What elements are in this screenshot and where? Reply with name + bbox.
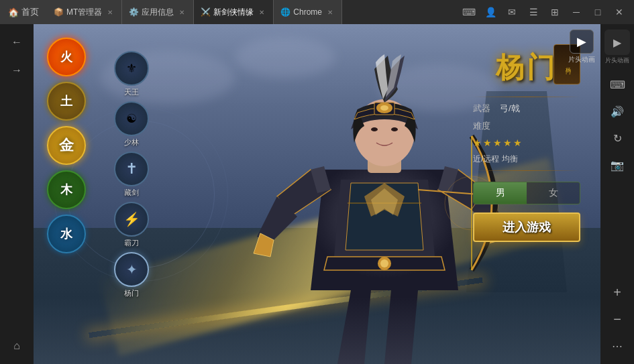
appinfo-close[interactable]: ✕ (177, 7, 187, 17)
star-5: ★ (513, 137, 522, 148)
tab-chrome[interactable]: 🌐 Chrome ✕ (274, 0, 342, 24)
game-icon: ⚔️ (201, 7, 210, 17)
game-label: 新剑侠情缘 (213, 7, 254, 18)
rp-more-btn[interactable]: ⋯ (604, 333, 630, 359)
faction-panel: ⚜ 天王 ☯ 少林 ✝ 藏剑 ⚡ 霸刀 ✦ 杨门 (114, 51, 149, 298)
tab-home[interactable]: 🏠 首页 (0, 0, 47, 24)
faction-cangjian[interactable]: ✝ 藏剑 (114, 151, 149, 198)
tianwang-icon: ⚜ (114, 51, 149, 86)
mt-close[interactable]: ✕ (105, 7, 115, 17)
info-divider-2 (473, 170, 580, 171)
right-panel: ▶ 片头动画 ⌨ 🔊 ↻ 📷 + − ⋯ (600, 24, 634, 364)
gender-female-btn[interactable]: 女 (527, 182, 580, 204)
fire-label: 火 (60, 49, 72, 65)
split-btn[interactable]: ⊞ (545, 3, 564, 21)
info-divider-1 (473, 97, 580, 97)
rp-keyboard-btn[interactable]: ⌨ (604, 72, 630, 97)
balance-text: 近/远程 均衡 (473, 154, 518, 165)
char-name-text: 杨门 (496, 49, 558, 86)
rp-minus-btn[interactable]: − (604, 306, 630, 332)
element-water-btn[interactable]: 水 (47, 215, 86, 253)
left-nav: ← → ⌂ (0, 24, 34, 364)
mist-overlay (34, 297, 600, 364)
titlebar: 🏠 首页 📦 MT管理器 ✕ ⚙️ 应用信息 ✕ ⚔️ 新剑侠情缘 ✕ 🌐 Ch… (0, 0, 634, 24)
rp-camera-btn[interactable]: 📷 (604, 152, 630, 178)
minimize-btn[interactable]: ─ (567, 3, 586, 21)
svg-point-3 (391, 127, 398, 131)
window-controls: ⌨ 👤 ✉ ☰ ⊞ ─ □ ✕ (454, 3, 634, 21)
appinfo-icon: ⚙️ (129, 7, 138, 17)
gender-male-label: 男 (496, 187, 505, 199)
difficulty-label: 难度 (473, 120, 494, 132)
element-wood-btn[interactable]: 木 (47, 170, 86, 209)
tab-appinfo[interactable]: ⚙️ 应用信息 ✕ (122, 0, 194, 24)
faction-tianwang[interactable]: ⚜ 天王 (114, 51, 149, 97)
home-icon: 🏠 (8, 7, 19, 17)
cangjian-label: 藏剑 (124, 188, 139, 198)
faction-yangmen[interactable]: ✦ 杨门 (114, 252, 149, 298)
wood-label: 木 (60, 182, 72, 198)
element-fire-btn[interactable]: 火 (47, 38, 86, 76)
faction-shaolin[interactable]: ☯ 少林 (114, 101, 149, 147)
badao-label: 霸刀 (124, 238, 139, 248)
gender-female-label: 女 (549, 187, 558, 199)
earth-label: 土 (60, 93, 72, 109)
cangjian-icon: ✝ (114, 151, 149, 186)
rp-video-label: 片头动画 (605, 56, 629, 65)
video-icon: ▶ (570, 29, 594, 54)
char-name-logo: 杨门 杨门 (480, 44, 574, 91)
home-nav-btn[interactable]: ⌂ (4, 333, 30, 359)
user-btn[interactable]: 👤 (481, 3, 500, 21)
main-area: ← → ⌂ (0, 24, 634, 364)
faction-badao[interactable]: ⚡ 霸刀 (114, 202, 149, 248)
mt-icon: 📦 (54, 7, 63, 17)
menu-btn[interactable]: ☰ (524, 3, 543, 21)
balance-row: 近/远程 均衡 (473, 154, 580, 165)
game-area: 火 土 金 木 水 ⚜ 天王 ☯ 少林 (34, 24, 600, 364)
shaolin-icon: ☯ (114, 101, 149, 136)
tab-mt[interactable]: 📦 MT管理器 ✕ (47, 0, 122, 24)
yangmen-icon: ✦ (114, 252, 149, 287)
badao-icon: ⚡ (114, 202, 149, 237)
water-label: 水 (60, 226, 72, 242)
star-2: ★ (483, 137, 492, 148)
rp-volume-btn[interactable]: 🔊 (604, 99, 630, 124)
shaolin-label: 少林 (124, 137, 139, 147)
video-button[interactable]: ▶ 片头动画 (568, 29, 595, 64)
forward-btn[interactable]: → (4, 58, 30, 83)
rp-rotation-btn[interactable]: ↻ (604, 125, 630, 151)
tab-game[interactable]: ⚔️ 新剑侠情缘 ✕ (194, 0, 274, 24)
keyboard-btn[interactable]: ⌨ (460, 3, 478, 21)
element-earth-btn[interactable]: 土 (47, 82, 86, 121)
chrome-label: Chrome (293, 7, 322, 17)
back-btn[interactable]: ← (4, 29, 30, 55)
stars-display: ★ ★ ★ ★ ★ (473, 137, 522, 148)
rp-video-group: ▶ 片头动画 (604, 29, 630, 68)
stars-row: ★ ★ ★ ★ ★ (473, 137, 580, 148)
rp-video-btn[interactable]: ▶ (604, 29, 630, 55)
mail-btn[interactable]: ✉ (503, 3, 521, 21)
character-info-panel: 杨门 杨门 武器 弓/戟 难度 ★ ★ ★ ★ (466, 44, 587, 242)
close-btn[interactable]: ✕ (610, 3, 629, 21)
gender-male-btn[interactable]: 男 (474, 182, 527, 204)
yangmen-label: 杨门 (124, 288, 139, 298)
mt-label: MT管理器 (66, 7, 102, 18)
weapon-value: 弓/戟 (500, 103, 520, 115)
gender-selector: 男 女 (473, 182, 580, 204)
game-close[interactable]: ✕ (257, 7, 266, 17)
tianwang-label: 天王 (124, 87, 139, 97)
video-label: 片头动画 (568, 55, 595, 64)
appinfo-label: 应用信息 (142, 7, 174, 18)
element-metal-btn[interactable]: 金 (47, 126, 86, 165)
chrome-icon: 🌐 (280, 7, 290, 17)
weapon-label: 武器 (473, 103, 494, 115)
difficulty-row: 难度 (473, 120, 580, 132)
rp-add-btn[interactable]: + (604, 280, 630, 305)
svg-point-2 (371, 127, 378, 131)
element-panel: 火 土 金 木 水 (47, 38, 86, 253)
maximize-btn[interactable]: □ (588, 3, 607, 21)
star-4: ★ (503, 137, 512, 148)
enter-game-button[interactable]: 进入游戏 (473, 213, 580, 242)
chrome-close[interactable]: ✕ (325, 7, 335, 17)
weapon-row: 武器 弓/戟 (473, 103, 580, 115)
